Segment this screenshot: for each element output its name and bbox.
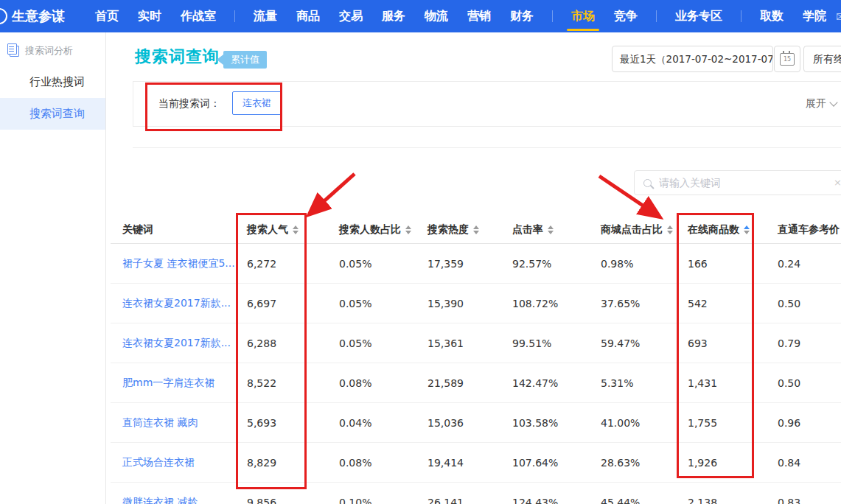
nav-item[interactable]: 营销 <box>467 0 491 32</box>
sort-icon[interactable] <box>548 225 554 234</box>
nav-item[interactable]: 竞争 <box>614 0 638 32</box>
sidebar-section: 搜索词分析 <box>0 32 105 66</box>
cell: 26,141 <box>424 497 509 504</box>
calendar-button[interactable]: 15 <box>774 46 800 72</box>
table-row: 正式场合连衣裙8,8290.08%19,414107.64%28.63%1,92… <box>111 443 841 483</box>
table-row: 微胖连衣裙 减龄9,8560.10%26,141124.43%45.44%2,1… <box>111 483 841 504</box>
cell: 6,288 <box>243 337 335 349</box>
sort-icon[interactable] <box>473 225 479 234</box>
cell: 5,693 <box>243 417 335 429</box>
column-header-label: 点击率 <box>512 223 543 237</box>
column-header-label: 搜索人数占比 <box>339 223 401 237</box>
clear-icon[interactable]: × <box>834 177 841 188</box>
column-header[interactable]: 搜索热度 <box>424 223 509 237</box>
cell: 9,856 <box>243 497 335 504</box>
nav-divider <box>656 10 657 22</box>
sort-icon[interactable] <box>744 225 750 234</box>
table-row: 连衣裙女夏2017新款...6,6970.05%15,390108.72%37.… <box>111 284 841 323</box>
mail-icon[interactable]: ✉ <box>836 9 841 24</box>
cell: 0.04% <box>335 417 424 429</box>
cumulative-badge: 累计值 <box>217 51 267 69</box>
column-header-label: 关键词 <box>122 223 153 237</box>
sidebar-item[interactable]: 行业热搜词 <box>0 66 105 98</box>
nav-item[interactable]: 首页 <box>95 0 119 32</box>
nav-item[interactable]: 作战室 <box>181 0 216 32</box>
cell: 103.58% <box>509 417 597 429</box>
nav-item[interactable]: 业务专区 <box>675 0 722 32</box>
cell: 0.05% <box>335 298 424 309</box>
nav-item[interactable]: 交易 <box>339 0 363 32</box>
brand-name: 生意参谋 <box>12 7 65 25</box>
sort-icon[interactable] <box>405 225 411 234</box>
keyword-link[interactable]: 直筒连衣裙 藏肉 <box>111 416 243 430</box>
column-header-label: 搜索热度 <box>428 223 469 237</box>
search-input[interactable] <box>657 176 830 189</box>
cell: 0.08% <box>335 457 424 469</box>
cell: 5.31% <box>597 377 684 389</box>
column-header[interactable]: 搜索人气 <box>243 223 335 237</box>
nav-item[interactable]: 市场 <box>571 0 595 32</box>
cell: 166 <box>684 258 774 270</box>
cell: 0.84 <box>774 457 841 469</box>
cell: 142.47% <box>509 377 597 389</box>
keyword-link[interactable]: 正式场合连衣裙 <box>111 456 243 469</box>
cell: 17,359 <box>424 258 509 270</box>
cell: 108.72% <box>509 298 597 309</box>
current-keyword-label: 当前搜索词： <box>158 97 220 111</box>
terminal-selector[interactable]: 所有终端 <box>803 46 841 72</box>
badge-arrow-icon <box>217 55 223 65</box>
sort-icon[interactable] <box>667 225 673 234</box>
keyword-link[interactable]: 裙子女夏 连衣裙便宜5... <box>111 257 243 270</box>
nav-divider <box>552 10 553 22</box>
brand[interactable]: 生意参谋 <box>0 7 65 25</box>
current-keyword-chip[interactable]: 连衣裙 <box>232 91 282 115</box>
nav-item[interactable]: 流量 <box>254 0 277 32</box>
cell: 28.63% <box>597 457 684 469</box>
cell: 41.00% <box>597 417 684 429</box>
cell: 0.10% <box>335 497 424 504</box>
cell: 37.65% <box>597 298 684 309</box>
nav-item[interactable]: 服务 <box>382 0 405 32</box>
nav-item[interactable]: 学院 <box>803 0 826 32</box>
column-header[interactable]: 搜索人数占比 <box>335 223 424 237</box>
cell: 8,522 <box>243 377 335 389</box>
cell: 693 <box>684 337 774 349</box>
sidebar-item[interactable]: 搜索词查询 <box>0 98 105 130</box>
nav-divider <box>741 10 741 22</box>
cell: 92.57% <box>509 258 597 270</box>
column-header[interactable]: 商城点击占比 <box>597 223 684 237</box>
table-body: 裙子女夏 连衣裙便宜5...6,2720.05%17,35992.57%0.98… <box>111 244 841 504</box>
column-header[interactable]: 在线商品数 <box>684 223 774 237</box>
keyword-link[interactable]: 连衣裙女夏2017新款... <box>111 297 243 310</box>
column-header[interactable]: 点击率 <box>509 223 597 237</box>
nav-item[interactable]: 商品 <box>296 0 320 32</box>
nav-item[interactable]: 实时 <box>138 0 161 32</box>
table-row: 连衣裙女夏2017新款...6,2880.05%15,36199.51%59.4… <box>111 323 841 363</box>
nav-item[interactable]: 物流 <box>425 0 448 32</box>
column-header-label: 商城点击占比 <box>601 223 663 237</box>
cell: 0.08% <box>335 377 424 389</box>
column-header: 关键词 <box>111 223 243 237</box>
date-range-selector[interactable]: 最近1天（2017-07-02~2017-07-02） <box>612 46 773 72</box>
cell: 45.44% <box>597 497 684 504</box>
cell: 0.50 <box>774 377 841 389</box>
column-header[interactable]: 直通车参考价 <box>774 223 841 237</box>
nav-item[interactable]: 取数 <box>760 0 784 32</box>
cell: 15,361 <box>424 337 509 349</box>
column-header-label: 在线商品数 <box>688 223 739 237</box>
cell: 15,036 <box>424 417 509 429</box>
keyword-link[interactable]: 肥mm一字肩连衣裙 <box>111 377 243 390</box>
cell: 1,926 <box>684 457 774 469</box>
keyword-link[interactable]: 微胖连衣裙 减龄 <box>111 496 243 504</box>
expand-toggle[interactable]: 展开 <box>806 97 837 111</box>
sidebar-items: 行业热搜词搜索词查询 <box>0 66 105 130</box>
sort-icon[interactable] <box>293 225 299 234</box>
document-icon <box>10 46 19 57</box>
sidebar: 搜索词分析 行业热搜词搜索词查询 <box>0 32 106 504</box>
nav-item[interactable]: 财务 <box>510 0 534 32</box>
cell: 19,414 <box>424 457 509 469</box>
cell: 0.24 <box>774 258 841 270</box>
cell: 8,829 <box>243 457 335 469</box>
keyword-link[interactable]: 连衣裙女夏2017新款... <box>111 337 243 350</box>
cell: 6,697 <box>243 298 335 309</box>
